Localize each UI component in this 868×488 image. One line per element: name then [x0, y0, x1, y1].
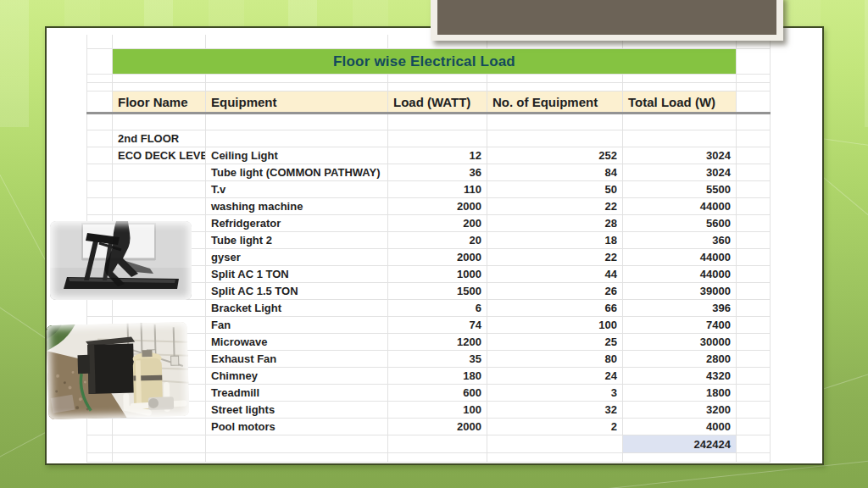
row-gutter-cell [737, 368, 771, 385]
total-load-cell: 5600 [623, 215, 737, 232]
equipment-cell: Split AC 1.5 TON [206, 283, 388, 300]
equipment-count-cell: 18 [487, 232, 623, 249]
total-load-cell: 1800 [623, 385, 737, 402]
row-gutter-cell [87, 130, 113, 147]
background-vein-line [818, 173, 868, 337]
header-floor-name: Floor Name [113, 92, 206, 114]
load-watt-cell: 1200 [388, 334, 487, 351]
equipment-count-cell: 66 [487, 300, 623, 317]
equipment-cell: Treadmill [206, 385, 388, 402]
equipment-count-cell: 24 [487, 368, 623, 385]
equipment-count-cell: 44 [487, 266, 623, 283]
row-gutter-cell [737, 232, 771, 249]
total-load-cell: 44000 [623, 198, 737, 215]
load-watt-cell: 100 [388, 402, 487, 419]
equipment-cell: Tube light 2 [206, 232, 388, 249]
title-banner-row: Floor wise Electrical Load [87, 49, 771, 75]
total-load-cell: 360 [623, 232, 737, 249]
total-load-cell: 396 [623, 300, 737, 317]
row-gutter-cell [737, 300, 771, 317]
collapsed-title-placeholder [431, 0, 783, 41]
load-watt-cell: 200 [388, 215, 487, 232]
floor-name-cell [113, 198, 206, 215]
load-watt-cell: 2000 [388, 198, 487, 215]
equipment-count-cell: 22 [487, 249, 623, 266]
grand-total-cell: 242424 [623, 435, 737, 453]
pool-pump-photo-graphic [47, 322, 190, 419]
row-gutter-cell [737, 402, 771, 419]
equipment-count-cell: 3 [487, 385, 623, 402]
slide-title: Floor wise Electrical Load [333, 53, 515, 69]
equipment-count-cell: 50 [487, 181, 623, 198]
row-gutter-cell [737, 419, 771, 435]
table-row: Exhaust Fan 35 80 2800 [87, 351, 771, 368]
table-row: Treadmill 600 3 1800 [87, 385, 771, 402]
equipment-cell: Split AC 1 TON [206, 266, 388, 283]
header-load-watt: Load (WATT) [388, 92, 487, 114]
total-load-cell: 39000 [623, 283, 737, 300]
header-total-load: Total Load (W) [623, 92, 737, 114]
spacer-row [87, 83, 771, 92]
load-watt-cell [388, 130, 487, 147]
table-header-row: Floor Name Equipment Load (WATT) No. of … [87, 92, 771, 114]
equipment-cell: Exhaust Fan [206, 351, 388, 368]
floor-name-cell [113, 300, 206, 317]
row-gutter-cell [87, 300, 113, 317]
equipment-count-cell: 26 [487, 283, 623, 300]
row-gutter-cell [737, 351, 771, 368]
floor-name-cell [113, 164, 206, 181]
pool-pump-equipment-photo [47, 322, 190, 419]
row-gutter-cell [87, 181, 113, 198]
floor-name-cell: 2nd FLOOR [113, 130, 206, 147]
table-row: Chimney 180 24 4320 [87, 368, 771, 385]
table-row: Bracket Light 6 66 396 [87, 300, 771, 317]
table-row: ECO DECK LEVEL Ceiling Light 12 252 3024 [87, 147, 771, 164]
load-watt-cell: 1500 [388, 283, 487, 300]
row-gutter-cell [87, 419, 113, 435]
floor-name-cell [113, 419, 206, 435]
total-load-cell: 2800 [623, 351, 737, 368]
total-load-cell: 5500 [623, 181, 737, 198]
title-banner: Floor wise Electrical Load [113, 49, 737, 75]
total-load-cell: 44000 [623, 249, 737, 266]
load-watt-cell: 20 [388, 232, 487, 249]
equipment-cell: Fan [206, 317, 388, 334]
row-gutter-cell [737, 181, 771, 198]
equipment-count-cell: 28 [487, 215, 623, 232]
table-row: Microwave 1200 25 30000 [87, 334, 771, 351]
equipment-count-cell: 84 [487, 164, 623, 181]
equipment-count-cell: 32 [487, 402, 623, 419]
floor-name-cell [113, 181, 206, 198]
treadmill-runner-photo [50, 221, 192, 300]
equipment-count-cell: 252 [487, 147, 623, 164]
equipment-cell: Chimney [206, 368, 388, 385]
spacer-row [87, 75, 771, 83]
header-equipment: Equipment [206, 92, 388, 114]
spacer-row [87, 114, 771, 130]
grand-total-row: 242424 [87, 435, 771, 453]
load-watt-cell: 74 [388, 317, 487, 334]
equipment-cell: Refridgerator [206, 215, 388, 232]
equipment-count-cell: 25 [487, 334, 623, 351]
row-gutter-cell [737, 215, 771, 232]
equipment-count-cell: 2 [487, 419, 623, 435]
table-row: Pool motors 2000 2 4000 [87, 419, 771, 435]
header-no-of-equipment: No. of Equipment [487, 92, 623, 114]
total-load-cell: 7400 [623, 317, 737, 334]
equipment-count-cell [487, 130, 623, 147]
equipment-cell: gyser [206, 249, 388, 266]
equipment-count-cell: 80 [487, 351, 623, 368]
row-gutter-cell [87, 198, 113, 215]
floor-name-cell: ECO DECK LEVEL [113, 147, 206, 164]
load-watt-cell: 36 [388, 164, 487, 181]
table-row: Fan 74 100 7400 [87, 317, 771, 334]
row-gutter-cell [737, 334, 771, 351]
equipment-cell: Microwave [206, 334, 388, 351]
equipment-cell: Tube light (COMMON PATHWAY) [206, 164, 388, 181]
row-gutter-cell [737, 249, 771, 266]
row-gutter-cell [737, 283, 771, 300]
table-row: Tube light (COMMON PATHWAY) 36 84 3024 [87, 164, 771, 181]
equipment-cell: Street lights [206, 402, 388, 419]
total-load-cell: 30000 [623, 334, 737, 351]
load-watt-cell: 1000 [388, 266, 487, 283]
